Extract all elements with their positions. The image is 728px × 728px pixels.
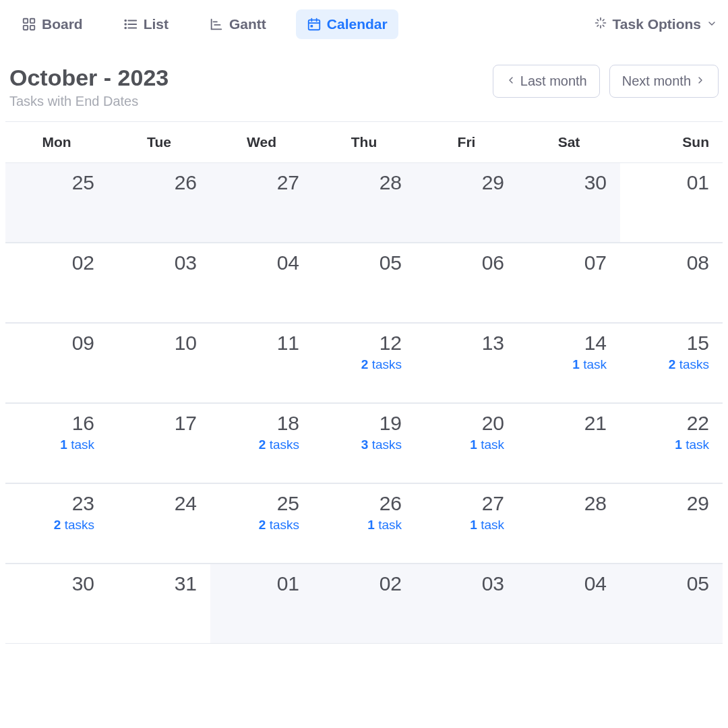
day-tasks-label[interactable]: 2 tasks [259,437,299,452]
calendar-day-cell[interactable]: 07 [518,243,620,323]
day-tasks-label[interactable]: 1 task [367,518,402,533]
calendar-day-cell[interactable]: 11 [210,324,313,403]
calendar-day-cell[interactable]: 03 [108,243,210,323]
calendar-day-cell[interactable]: 252 tasks [210,484,313,564]
calendar-day-cell[interactable]: 17 [108,404,210,483]
day-number: 06 [482,251,504,274]
svg-point-8 [125,24,126,25]
day-tasks-label[interactable]: 3 tasks [361,437,402,452]
calendar-day-cell[interactable]: 05 [313,243,415,323]
weekday-header: Sun [620,122,723,162]
tab-calendar-label: Calendar [327,16,388,32]
day-number: 29 [687,492,709,515]
day-tasks-count: 1 [470,518,477,532]
calendar-day-cell[interactable]: 31 [108,564,210,644]
calendar-day-cell[interactable]: 221 task [620,404,723,483]
day-tasks-label[interactable]: 1 task [572,357,607,372]
day-tasks-label[interactable]: 1 task [470,437,504,452]
day-number: 23 [72,492,94,515]
calendar-day-cell[interactable]: 01 [620,163,723,243]
svg-rect-2 [24,26,28,30]
day-tasks-label[interactable]: 1 task [60,437,94,452]
calendar-day-cell[interactable]: 21 [518,404,620,483]
calendar-day-cell[interactable]: 28 [518,484,620,564]
calendar-day-cell[interactable]: 161 task [5,404,108,483]
calendar-day-cell[interactable]: 26 [108,163,210,243]
day-number: 30 [584,171,607,194]
calendar-icon [307,17,322,32]
calendar-day-cell[interactable]: 03 [415,564,518,644]
day-tasks-count: 1 [675,437,682,452]
calendar-day-cell[interactable]: 29 [620,484,723,564]
day-number: 24 [175,492,197,515]
day-number: 01 [687,171,709,194]
calendar-day-cell[interactable]: 261 task [313,484,415,564]
day-number: 29 [482,171,504,194]
day-tasks-label[interactable]: 2 tasks [669,357,709,372]
day-number: 16 [72,412,94,435]
task-options-button[interactable]: Task Options [594,16,717,33]
day-tasks-count: 1 [470,437,477,452]
page-subtitle: Tasks with End Dates [9,94,169,109]
weekday-header: Sat [518,122,620,162]
day-tasks-count: 3 [361,437,369,452]
calendar-day-cell[interactable]: 04 [210,243,313,323]
tab-gantt[interactable]: Gantt [198,9,277,39]
calendar-day-cell[interactable]: 30 [5,564,108,644]
calendar-day-cell[interactable]: 02 [313,564,415,644]
day-number: 28 [584,492,607,515]
calendar-day-cell[interactable]: 193 tasks [313,404,415,483]
tab-list[interactable]: List [113,9,179,39]
tab-board[interactable]: Board [11,9,94,39]
calendar-day-cell[interactable]: 271 task [415,484,518,564]
day-number: 31 [175,572,197,595]
svg-rect-14 [309,20,320,30]
day-number: 04 [584,572,607,595]
page-title: October - 2023 [9,65,169,91]
calendar-day-cell[interactable]: 141 task [518,324,620,403]
calendar-day-cell[interactable]: 232 tasks [5,484,108,564]
day-number: 13 [482,332,504,355]
day-tasks-count: 2 [54,518,61,532]
calendar-day-cell[interactable]: 152 tasks [620,324,723,403]
calendar-day-cell[interactable]: 08 [620,243,723,323]
day-number: 09 [72,332,94,355]
calendar-day-cell[interactable]: 04 [518,564,620,644]
list-icon [123,17,138,32]
calendar-day-cell[interactable]: 06 [415,243,518,323]
weekday-header: Wed [210,122,313,162]
day-tasks-count: 2 [361,357,369,371]
day-tasks-label[interactable]: 1 task [675,437,709,452]
gantt-icon [209,17,224,32]
calendar-day-cell[interactable]: 29 [415,163,518,243]
calendar-day-cell[interactable]: 201 task [415,404,518,483]
calendar-day-cell[interactable]: 122 tasks [313,324,415,403]
tab-calendar[interactable]: Calendar [296,9,398,39]
svg-point-9 [125,28,126,29]
day-tasks-label[interactable]: 2 tasks [259,518,299,533]
calendar-day-cell[interactable]: 10 [108,324,210,403]
calendar-day-cell[interactable]: 24 [108,484,210,564]
day-number: 18 [277,412,299,435]
calendar-day-cell[interactable]: 09 [5,324,108,403]
day-number: 03 [482,572,504,595]
day-number: 02 [380,572,402,595]
day-tasks-label[interactable]: 2 tasks [361,357,402,372]
calendar-day-cell[interactable]: 13 [415,324,518,403]
month-nav: Last month Next month [493,65,719,98]
next-month-button[interactable]: Next month [609,65,719,98]
calendar-day-cell[interactable]: 02 [5,243,108,323]
next-month-label: Next month [622,73,691,89]
day-tasks-label[interactable]: 2 tasks [54,518,94,533]
svg-rect-18 [310,25,313,28]
calendar-day-cell[interactable]: 28 [313,163,415,243]
calendar-day-cell[interactable]: 25 [5,163,108,243]
calendar-day-cell[interactable]: 30 [518,163,620,243]
calendar-day-cell[interactable]: 27 [210,163,313,243]
day-tasks-label[interactable]: 1 task [470,518,504,533]
svg-rect-1 [30,19,34,23]
calendar-day-cell[interactable]: 05 [620,564,723,644]
calendar-day-cell[interactable]: 01 [210,564,313,644]
calendar-day-cell[interactable]: 182 tasks [210,404,313,483]
last-month-button[interactable]: Last month [493,65,600,98]
